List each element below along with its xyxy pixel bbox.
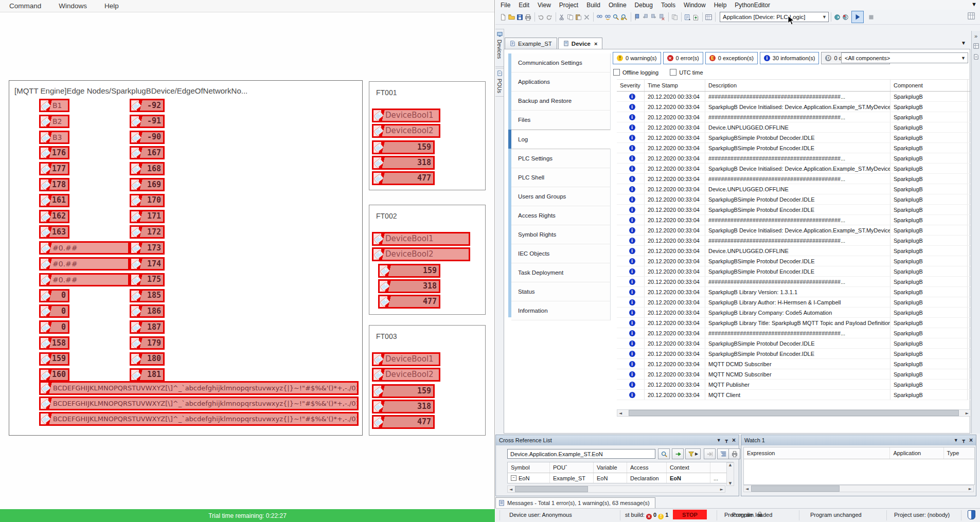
log-row[interactable]: i20.12.2020 00:33:04####################… xyxy=(617,92,971,102)
ft-bool-tag[interactable]: DeviceBool2 xyxy=(372,368,440,382)
log-row[interactable]: i20.12.2020 00:33:04SparkplugB Device In… xyxy=(617,225,971,236)
log-horizontal-scrollbar[interactable]: ◄ ► xyxy=(617,409,971,417)
nav-item-task-deployment[interactable]: Task Deployment xyxy=(511,263,611,282)
log-row[interactable]: i20.12.2020 00:33:04MQTT PublisherSparkp… xyxy=(617,380,971,390)
nav-item-plc-shell[interactable]: PLC Shell xyxy=(511,168,611,187)
scroll-thumb[interactable] xyxy=(629,410,959,416)
xref-col-variable[interactable]: Variable xyxy=(594,462,627,473)
log-row[interactable]: i20.12.2020 00:33:04SparkplugBSimple Pro… xyxy=(617,133,971,143)
tab-example-st[interactable]: Example_ST xyxy=(505,38,557,49)
log-row[interactable]: i20.12.2020 00:33:04####################… xyxy=(617,153,971,164)
log-row[interactable]: i20.12.2020 00:33:04SparkplugB Device In… xyxy=(617,164,971,174)
collapse-icon[interactable]: − xyxy=(511,475,516,481)
mqtt-tag[interactable]: B3 xyxy=(39,131,69,144)
ft-value-tag[interactable]: 477 xyxy=(372,415,435,429)
mqtt-tag[interactable]: #0.## xyxy=(39,257,130,271)
print-icon[interactable] xyxy=(728,448,740,459)
properties-tab-icon[interactable] xyxy=(973,54,979,61)
combo-caret-icon[interactable]: ▼ xyxy=(822,14,827,20)
mqtt-tag[interactable]: 185 xyxy=(130,289,165,302)
menu-item-help[interactable]: Help xyxy=(104,2,119,10)
xref-col-symbol[interactable]: Symbol xyxy=(508,462,550,473)
menu-item-windows[interactable]: Windows xyxy=(59,2,87,10)
nav-item-backup-and-restore[interactable]: Backup and Restore xyxy=(511,92,611,111)
ft-value-tag[interactable]: 159 xyxy=(372,140,435,154)
mqtt-tag[interactable]: 0 xyxy=(39,289,69,302)
col-description[interactable]: Description xyxy=(705,80,890,91)
mqtt-tag[interactable]: -92 xyxy=(130,99,165,112)
mqtt-tag[interactable]: #0.## xyxy=(39,273,130,286)
toolbox-grid-icon[interactable] xyxy=(968,12,975,21)
menu-item-project[interactable]: Project xyxy=(559,2,578,9)
redo-icon[interactable] xyxy=(545,13,553,21)
menu-item-help[interactable]: Help xyxy=(714,2,727,9)
nav-item-files[interactable]: Files xyxy=(511,111,611,130)
log-row[interactable]: i20.12.2020 00:33:04SparkplugBSimple Pro… xyxy=(617,349,971,359)
paste-icon[interactable] xyxy=(575,13,582,21)
mqtt-tag[interactable]: 159 xyxy=(39,352,69,366)
log-row[interactable]: i20.12.2020 00:33:04SparkplugB Library V… xyxy=(617,287,971,297)
log-row[interactable]: i20.12.2020 00:33:04Device.UNPLUGGED.OFF… xyxy=(617,246,971,256)
replace-icon[interactable] xyxy=(620,13,628,21)
log-row[interactable]: i20.12.2020 00:33:04####################… xyxy=(617,328,971,338)
panel-close-icon[interactable]: × xyxy=(969,437,973,444)
nav-item-applications[interactable]: Applications xyxy=(511,73,611,92)
mqtt-tag[interactable]: 169 xyxy=(130,178,165,191)
mqtt-tag[interactable]: 0 xyxy=(39,304,69,318)
bookmarks-clear-icon[interactable] xyxy=(658,13,666,21)
cross-reference-row[interactable]: − EoN Example_ST EoN Declaration EoN ... xyxy=(508,473,733,483)
ft-bool-tag[interactable]: DeviceBool1 xyxy=(372,109,440,122)
menu-item-view[interactable]: View xyxy=(538,2,551,9)
menu-item-command[interactable]: Command xyxy=(9,2,41,10)
find-icon[interactable] xyxy=(596,13,603,21)
bookmark-next-icon[interactable] xyxy=(650,13,657,21)
menu-item-debug[interactable]: Debug xyxy=(635,2,653,9)
nav-item-log[interactable]: Log xyxy=(511,130,611,149)
window-menu-caret-icon[interactable]: ▼ xyxy=(971,1,977,7)
logout-icon[interactable] xyxy=(842,13,849,21)
log-row[interactable]: i20.12.2020 00:33:04####################… xyxy=(617,112,971,122)
watch-col-application[interactable]: Application xyxy=(890,447,943,459)
mqtt-tag[interactable]: 168 xyxy=(130,162,165,175)
tab-close-icon[interactable]: × xyxy=(594,41,597,47)
mqtt-tag[interactable]: -91 xyxy=(130,115,165,128)
menu-item-pythoneditor[interactable]: PythonEditor xyxy=(735,2,770,9)
bookmark-previous-icon[interactable] xyxy=(642,13,649,21)
watch-horizontal-scrollbar[interactable]: ◄ ► xyxy=(743,485,974,492)
messages-tab[interactable]: Messages - Total 1 error(s), 1 warning(s… xyxy=(495,497,655,508)
component-filter-combo[interactable]: <All components> ▼ xyxy=(841,52,968,63)
expand-strip-icon[interactable]: » xyxy=(974,33,977,39)
ft-value-tag[interactable]: 318 xyxy=(378,279,440,293)
nav-item-iec-objects[interactable]: IEC Objects xyxy=(511,244,611,263)
mqtt-tag[interactable]: 186 xyxy=(130,304,165,318)
log-row[interactable]: i20.12.2020 00:33:04####################… xyxy=(617,174,971,184)
menu-item-file[interactable]: File xyxy=(501,2,510,9)
checkbox-utc-time[interactable] xyxy=(670,69,676,76)
bookmark-icon[interactable] xyxy=(633,13,641,21)
new-file-icon[interactable] xyxy=(500,13,507,21)
log-row[interactable]: i20.12.2020 00:33:04Device.UNPLUGGED.OFF… xyxy=(617,184,971,194)
mqtt-tag[interactable]: #0.## xyxy=(39,241,130,255)
log-row[interactable]: i20.12.2020 00:33:04MQTT DCMD Subscriber… xyxy=(617,359,971,369)
log-row[interactable]: i20.12.2020 00:33:04SparkplugB Library C… xyxy=(617,308,971,318)
panel-pin-icon[interactable]: ┳ xyxy=(963,438,965,443)
log-row[interactable]: i20.12.2020 00:33:04SparkplugBSimple Pro… xyxy=(617,338,971,349)
menu-item-window[interactable]: Window xyxy=(684,2,706,9)
mqtt-tag[interactable]: 162 xyxy=(39,210,69,223)
copy-icon[interactable] xyxy=(566,13,574,21)
log-row[interactable]: i20.12.2020 00:33:04MQTT NCMD Subscriber… xyxy=(617,369,971,380)
log-row[interactable]: i20.12.2020 00:33:04SparkplugB Library A… xyxy=(617,297,971,308)
xref-col-context[interactable]: Context xyxy=(667,462,710,473)
xref-horizontal-scrollbar[interactable]: ◄ ► xyxy=(507,485,725,493)
ft-value-tag[interactable]: 318 xyxy=(372,156,435,170)
xref-col-pou[interactable]: POU ˆ xyxy=(550,462,594,473)
mqtt-string-tag[interactable]: BCDEFGHIJKLMNOPQRSTUVWXYZ[\]^_`abcdefghi… xyxy=(39,381,359,395)
mqtt-tag[interactable]: 176 xyxy=(39,146,69,159)
log-row[interactable]: i20.12.2020 00:33:04SparkplugBSimple Pro… xyxy=(617,194,971,205)
scroll-left-icon[interactable]: ◄ xyxy=(617,411,623,416)
log-row[interactable]: i20.12.2020 00:33:04SparkplugBSimple Pro… xyxy=(617,256,971,266)
ft-value-tag[interactable]: 477 xyxy=(372,171,435,185)
log-row[interactable]: i20.12.2020 00:33:04####################… xyxy=(617,215,971,225)
sidebar-tab-pous[interactable]: POUs xyxy=(495,68,504,97)
nav-item-plc-settings[interactable]: PLC Settings xyxy=(511,149,611,168)
